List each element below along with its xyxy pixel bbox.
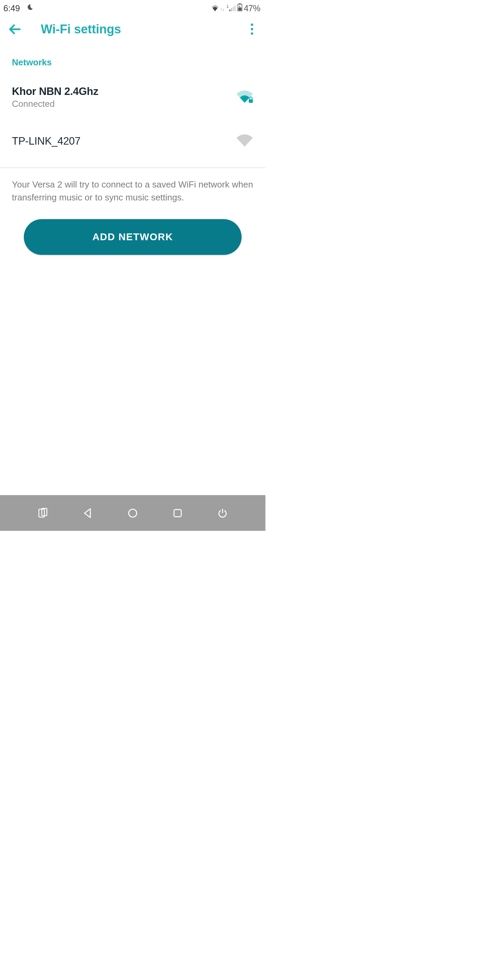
system-nav-bar <box>0 495 266 531</box>
battery-icon <box>237 3 242 13</box>
network-status-label: Connected <box>12 99 98 109</box>
svg-rect-1 <box>231 8 232 11</box>
dots-icon <box>251 24 253 26</box>
network-name-label: Khor NBN 2.4Ghz <box>12 86 98 98</box>
nav-home-button[interactable] <box>126 506 140 520</box>
network-list: Khor NBN 2.4Ghz Connected TP-LINK_4207 <box>0 71 266 162</box>
svg-point-11 <box>129 509 137 517</box>
arrow-left-icon <box>8 23 21 35</box>
network-item-connected[interactable]: Khor NBN 2.4Ghz Connected <box>12 71 253 124</box>
nav-back-icon <box>82 508 93 519</box>
nav-power-button[interactable] <box>216 506 229 520</box>
nav-back-button[interactable] <box>81 506 95 520</box>
moon-icon <box>26 3 34 13</box>
wifi-signal-icon <box>236 134 253 148</box>
info-text: Your Versa 2 will try to connect to a sa… <box>0 168 266 214</box>
svg-rect-12 <box>174 509 181 517</box>
clock-label: 6:49 <box>3 3 20 13</box>
svg-rect-8 <box>249 99 253 103</box>
multitask-icon <box>37 508 48 519</box>
app-bar: Wi-Fi settings <box>0 16 266 42</box>
network-name-label: TP-LINK_4207 <box>12 135 80 147</box>
wifi-signal-secure-icon <box>236 91 253 104</box>
battery-pct-label: 47% <box>243 3 260 13</box>
nav-recents-left-button[interactable] <box>36 506 50 520</box>
power-icon <box>217 508 228 519</box>
svg-rect-0 <box>229 10 231 11</box>
nav-recents-button[interactable] <box>171 506 185 520</box>
svg-rect-2 <box>233 7 234 11</box>
more-menu-button[interactable] <box>245 21 259 37</box>
network-item[interactable]: TP-LINK_4207 <box>12 124 253 162</box>
data-arrows-icon: ↑↓ <box>220 7 224 12</box>
cellular-icon <box>229 3 236 13</box>
nav-home-icon <box>127 508 138 519</box>
add-network-label: ADD NETWORK <box>92 231 173 243</box>
page-title: Wi-Fi settings <box>41 22 121 37</box>
wifi-status-icon <box>211 3 219 13</box>
add-network-button[interactable]: ADD NETWORK <box>24 219 242 255</box>
back-button[interactable] <box>7 21 22 37</box>
svg-rect-3 <box>234 5 235 11</box>
section-header-networks: Networks <box>0 42 266 71</box>
nav-recents-icon <box>172 508 183 519</box>
status-bar: 6:49 ↑↓ 1 47% <box>0 0 266 16</box>
sim-label: 1 <box>226 4 229 9</box>
